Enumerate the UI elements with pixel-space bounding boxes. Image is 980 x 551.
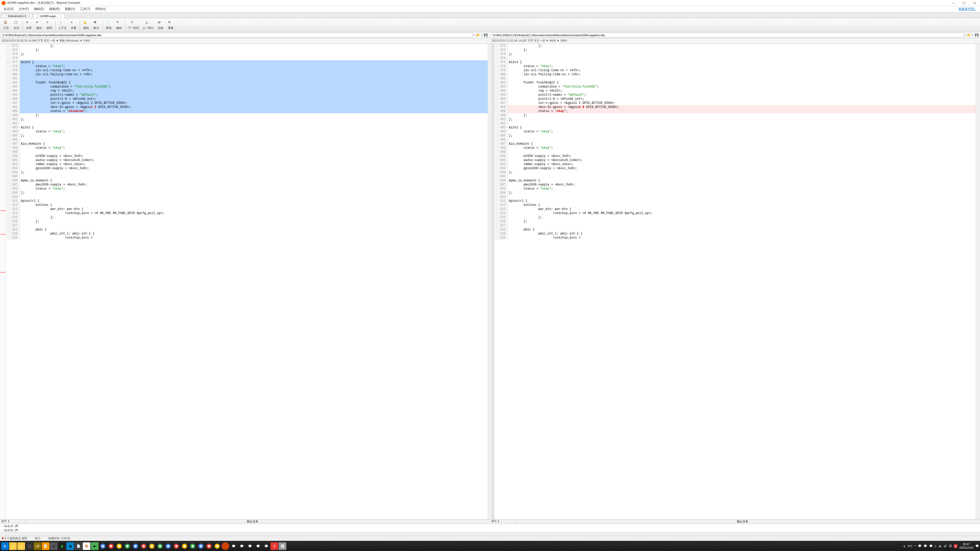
new-version-link[interactable]: 新版本可用... bbox=[959, 7, 977, 11]
code-line[interactable]: 486 pinctrl-0 = <&fusb0_int>; bbox=[6, 97, 488, 101]
left-save-button[interactable]: 💾 bbox=[484, 33, 488, 38]
taskbar-chrome-icon[interactable] bbox=[172, 542, 180, 550]
left-scrollbar[interactable] bbox=[488, 44, 492, 519]
taskbar-chrome-icon[interactable] bbox=[156, 542, 164, 550]
code-line[interactable]: 495}; bbox=[494, 134, 976, 138]
toolbar-all-button[interactable]: ≡全部 bbox=[24, 19, 34, 32]
code-line[interactable]: 508 status = "okay"; bbox=[6, 187, 488, 191]
code-line[interactable]: 508 status = "okay"; bbox=[494, 187, 976, 191]
code-line[interactable]: 520 rockchip,pins = bbox=[6, 236, 488, 240]
menu-item[interactable]: 视图(V) bbox=[63, 6, 77, 12]
tray-volume-icon[interactable]: 🔊 bbox=[943, 545, 947, 548]
code-line[interactable]: 481 bbox=[6, 76, 488, 81]
code-line[interactable]: 476 bbox=[494, 56, 976, 60]
diff-preview-line[interactable]: ⇨&i2c4·{¶ bbox=[0, 528, 980, 532]
taskbar-app-icon[interactable]: 📄 bbox=[75, 542, 82, 550]
code-line[interactable]: 487 int-n-gpios = <&gpio1 2 GPIO_ACTIVE_… bbox=[6, 101, 488, 105]
code-line[interactable]: 500 bt656-supply = <&vcc_3v0>; bbox=[494, 154, 976, 158]
dropdown-icon[interactable]: ▾ bbox=[972, 34, 974, 36]
taskbar-chrome-icon[interactable] bbox=[140, 542, 148, 550]
code-line[interactable]: 498 status = "okay"; bbox=[6, 146, 488, 150]
code-line[interactable]: 507 pmu1830-supply = <&vcc_3v0>; bbox=[6, 183, 488, 187]
tray-wechat-icon[interactable]: 💬 bbox=[924, 545, 927, 548]
dropdown-icon[interactable]: ▾ bbox=[481, 34, 482, 36]
toolbar-prev-button[interactable]: △上一部分 bbox=[141, 19, 156, 32]
code-line[interactable]: 497&io_domains { bbox=[6, 142, 488, 146]
code-line[interactable]: 494 status = "okay"; bbox=[494, 130, 976, 134]
code-line[interactable]: 510 bbox=[6, 195, 488, 199]
taskbar-beyondcompare-icon[interactable] bbox=[221, 542, 229, 550]
tray-sogou-icon[interactable]: S bbox=[954, 545, 957, 548]
code-line[interactable]: 509}; bbox=[6, 191, 488, 195]
code-line[interactable]: 501 audio-supply = <&vcca1v8_codec>; bbox=[6, 158, 488, 162]
code-line[interactable]: 493&i2s2 { bbox=[6, 125, 488, 130]
taskbar-wechat-icon[interactable]: 💬 bbox=[238, 542, 245, 550]
taskbar-chrome-icon[interactable] bbox=[148, 542, 156, 550]
code-line[interactable]: 485 pinctrl-names = "default"; bbox=[494, 93, 976, 97]
code-line[interactable]: 506&pmu_io_domains { bbox=[6, 179, 488, 183]
toolbar-next-button[interactable]: ▽下一区段 bbox=[126, 19, 141, 32]
code-line[interactable]: 506&pmu_io_domains { bbox=[494, 179, 976, 183]
taskbar-chrome-icon[interactable] bbox=[213, 542, 221, 550]
toolbar-minor-button[interactable]: »次要 bbox=[68, 19, 79, 32]
code-line[interactable]: 504}; bbox=[6, 170, 488, 175]
code-line[interactable]: 485 pinctrl-names = "default"; bbox=[6, 93, 488, 97]
code-line[interactable]: 481 bbox=[494, 76, 976, 81]
taskbar-chrome-icon[interactable] bbox=[115, 542, 123, 550]
code-line[interactable]: 515 }; bbox=[494, 215, 976, 219]
menu-item[interactable]: 编辑(E) bbox=[32, 6, 46, 12]
code-line[interactable]: 495}; bbox=[6, 134, 488, 138]
code-line[interactable]: 483 compatible = "fairchild,fusb302"; bbox=[494, 85, 976, 89]
code-line[interactable]: 482 fusb0: fusb30x@22 { bbox=[6, 81, 488, 85]
code-line[interactable]: 474 }; bbox=[6, 48, 488, 52]
code-line[interactable]: 519 pmic_int_l: pmic-int-l { bbox=[6, 232, 488, 236]
code-line[interactable]: 478 status = "okay"; bbox=[6, 64, 488, 68]
right-open-button[interactable]: 📂 bbox=[967, 33, 971, 38]
dropdown-icon[interactable]: ▾ bbox=[474, 34, 475, 36]
document-tab[interactable]: 📄61Android11.0× bbox=[1, 14, 33, 18]
taskbar-app-icon[interactable]: ⬛ bbox=[25, 542, 33, 550]
code-line[interactable]: 483 compatible = "fairchild,fusb302"; bbox=[6, 85, 488, 89]
tray-weather-icon[interactable]: 🌡 bbox=[903, 545, 906, 548]
menu-item[interactable]: 帮助(H) bbox=[93, 6, 108, 12]
tray-chevron-up-icon[interactable]: ^ bbox=[915, 545, 916, 548]
code-line[interactable]: 520 rockchip,pins = bbox=[494, 236, 976, 240]
code-line[interactable]: 512 buttons { bbox=[6, 203, 488, 207]
close-button[interactable]: ✕ bbox=[971, 0, 978, 6]
code-line[interactable]: 488 vbus-5v-gpios = <&gpio1 3 GPIO_ACTIV… bbox=[6, 105, 488, 109]
code-line[interactable]: 491}; bbox=[494, 118, 976, 121]
code-line[interactable]: 507 pmu1830-supply = <&vcc_3v0>; bbox=[494, 183, 976, 187]
code-line[interactable]: 477&i2c4 { bbox=[494, 60, 976, 64]
document-tab[interactable]: 📄rk3399-sapp...× bbox=[33, 14, 65, 18]
right-path-input[interactable] bbox=[492, 33, 964, 38]
taskbar-chrome-icon[interactable] bbox=[99, 542, 107, 550]
code-line[interactable]: 492 bbox=[494, 121, 976, 125]
right-hscroll[interactable] bbox=[970, 519, 980, 524]
code-line[interactable]: 515 }; bbox=[6, 215, 488, 219]
taskbar-app-icon[interactable]: ▦ bbox=[66, 542, 74, 550]
code-line[interactable]: 518 pmic { bbox=[494, 227, 976, 232]
tray-bluetooth-icon[interactable]: ᛒ bbox=[935, 545, 937, 548]
code-line[interactable]: 478 status = "okay"; bbox=[494, 64, 976, 68]
code-line[interactable]: 489 status = "okay"; bbox=[494, 109, 976, 113]
code-line[interactable]: 503 gpio1830-supply = <&vcc_3v0>; bbox=[494, 166, 976, 170]
tray-clock[interactable]: 20:47 2023/12/23 bbox=[959, 543, 974, 549]
code-line[interactable]: 480 i2c-scl-falling-time-ns = <26>; bbox=[494, 73, 976, 76]
left-hscroll[interactable] bbox=[480, 519, 490, 524]
taskbar-ultraedit-icon[interactable]: UE bbox=[34, 542, 41, 550]
tray-ime[interactable]: 英 bbox=[949, 544, 952, 548]
taskbar-explorer-icon[interactable]: 📁 bbox=[18, 542, 25, 550]
code-line[interactable]: 504}; bbox=[494, 170, 976, 175]
taskbar-terminal-icon[interactable]: ▮ bbox=[58, 542, 66, 550]
code-line[interactable]: 487 int-n-gpios = <&gpio1 2 GPIO_ACTIVE_… bbox=[494, 101, 976, 105]
code-line[interactable]: 490 }; bbox=[6, 113, 488, 118]
taskbar-chrome-icon[interactable] bbox=[107, 542, 115, 550]
code-line[interactable]: 501 audio-supply = <&vcca1v8_codec>; bbox=[494, 158, 976, 162]
right-code-pane[interactable]: 473 };474 };475};476477&i2c4 {478 status… bbox=[494, 44, 976, 519]
taskbar-explorer-icon[interactable]: 📁 bbox=[9, 542, 17, 550]
taskbar-chrome-icon[interactable] bbox=[189, 542, 197, 550]
code-line[interactable]: 513 pwr_btn: pwr-btn { bbox=[6, 207, 488, 211]
code-line[interactable]: 479 i2c-scl-rising-time-ns = <475>; bbox=[6, 68, 488, 73]
taskbar-wechat-icon[interactable]: 💬 bbox=[262, 542, 270, 550]
toolbar-sessions-button[interactable]: 📋会话 bbox=[11, 19, 21, 32]
